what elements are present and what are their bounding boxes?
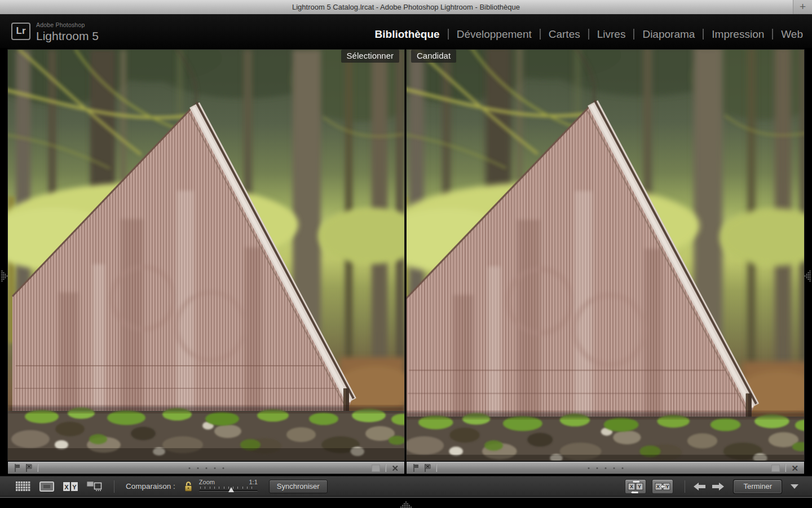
survey-view-button[interactable] bbox=[85, 479, 104, 494]
thumbnail-icon bbox=[771, 465, 780, 472]
module-separator bbox=[448, 29, 449, 40]
reveal-filmstrip-icon[interactable] bbox=[399, 501, 413, 508]
deselect-icon[interactable]: ✕ bbox=[791, 464, 798, 472]
brand-subtitle: Adobe Photoshop bbox=[36, 22, 99, 28]
svg-text:X: X bbox=[64, 483, 69, 490]
brand-block: Adobe Photoshop Lightroom 5 bbox=[36, 22, 99, 42]
pick-flag-icon[interactable] bbox=[14, 463, 21, 472]
module-separator bbox=[540, 29, 541, 40]
brand-title: Lightroom 5 bbox=[36, 30, 99, 42]
arrow-right-icon bbox=[711, 482, 725, 491]
module-separator bbox=[703, 29, 704, 40]
toolbar-divider bbox=[37, 464, 38, 472]
zoom-lock-icon[interactable] bbox=[183, 480, 193, 493]
window-title: Lightroom 5 Catalog.lrcat - Adobe Photos… bbox=[0, 0, 812, 15]
toolbar-divider bbox=[685, 480, 685, 493]
module-separator bbox=[633, 29, 634, 40]
rating-dots[interactable] bbox=[188, 467, 224, 469]
zoom-slider-thumb[interactable] bbox=[228, 487, 234, 492]
swap-xy-icon: X Y bbox=[626, 480, 645, 493]
synchronize-button[interactable]: Synchroniser bbox=[269, 480, 328, 493]
toolbar-divider bbox=[114, 480, 114, 493]
done-button[interactable]: Terminer bbox=[734, 480, 782, 493]
zoom-slider-group: Zoom 1:1 bbox=[199, 479, 258, 494]
candidate-photo-toolbar: ✕ bbox=[407, 462, 804, 474]
reveal-right-panel-icon[interactable] bbox=[804, 269, 811, 283]
flag-group bbox=[412, 463, 431, 472]
thumbnail-icon bbox=[372, 465, 380, 472]
candidate-badge: Candidat bbox=[411, 50, 456, 63]
make-select-button[interactable]: X Y bbox=[652, 479, 673, 494]
rating-dots[interactable] bbox=[588, 467, 623, 469]
svg-text:X: X bbox=[630, 484, 633, 489]
lightroom-logo: Lr bbox=[11, 23, 30, 40]
filmstrip-edge bbox=[0, 497, 812, 508]
compare-toolbar: X Y Comparaison : Zoom 1:1 Synchroniser bbox=[0, 476, 812, 497]
toolbar-divider bbox=[785, 464, 786, 472]
flag-group bbox=[14, 463, 33, 472]
svg-text:Y: Y bbox=[72, 483, 77, 490]
candidate-photo[interactable]: Candidat bbox=[407, 50, 804, 461]
reveal-left-panel-icon[interactable] bbox=[1, 269, 8, 283]
deselect-icon[interactable]: ✕ bbox=[391, 464, 399, 472]
module-tab-impression[interactable]: Impression bbox=[712, 28, 764, 41]
comparison-label: Comparaison : bbox=[126, 482, 175, 491]
zoom-ratio-label: 1:1 bbox=[249, 479, 258, 485]
swap-select-candidate-button[interactable]: X Y bbox=[625, 479, 646, 494]
module-tab-bibliotheque[interactable]: Bibliothèque bbox=[375, 28, 440, 41]
toolbar-options-chevron-icon[interactable] bbox=[791, 484, 798, 489]
window-zoom-button[interactable]: + bbox=[793, 0, 812, 14]
toolbar-divider bbox=[436, 464, 437, 472]
svg-text:Y: Y bbox=[666, 484, 669, 489]
toolbar-divider bbox=[385, 464, 386, 472]
module-picker: Bibliothèque Développement Cartes Livres… bbox=[375, 15, 803, 48]
select-photo-toolbar: ✕ bbox=[8, 462, 404, 474]
select-photo[interactable]: Sélectionner bbox=[8, 50, 404, 461]
grid-view-icon bbox=[16, 481, 30, 492]
svg-text:Y: Y bbox=[638, 484, 641, 489]
reject-flag-icon[interactable] bbox=[25, 463, 33, 472]
grid-view-button[interactable] bbox=[14, 479, 33, 494]
module-tab-developpement[interactable]: Développement bbox=[457, 28, 532, 41]
compare-view-button[interactable]: X Y bbox=[61, 479, 80, 494]
module-separator bbox=[772, 29, 773, 40]
module-separator bbox=[588, 29, 589, 40]
next-photo-button[interactable] bbox=[710, 479, 725, 494]
compare-view-icon: X Y bbox=[62, 481, 79, 492]
module-tab-cartes[interactable]: Cartes bbox=[549, 28, 580, 41]
loupe-view-button[interactable] bbox=[37, 479, 56, 494]
svg-text:X: X bbox=[656, 484, 660, 489]
loupe-view-icon bbox=[39, 481, 54, 492]
zoom-label: Zoom bbox=[199, 479, 215, 485]
previous-photo-button[interactable] bbox=[692, 479, 707, 494]
survey-view-icon bbox=[86, 481, 102, 492]
module-tab-web[interactable]: Web bbox=[781, 28, 803, 41]
module-tab-livres[interactable]: Livres bbox=[597, 28, 626, 41]
candidate-to-select-icon: X Y bbox=[654, 480, 672, 493]
arrow-left-icon bbox=[693, 482, 707, 491]
pick-flag-icon[interactable] bbox=[412, 463, 420, 472]
select-badge: Sélectionner bbox=[341, 50, 399, 63]
window-titlebar: Lightroom 5 Catalog.lrcat - Adobe Photos… bbox=[0, 0, 812, 15]
reject-flag-icon[interactable] bbox=[423, 463, 431, 472]
module-tab-diaporama[interactable]: Diaporama bbox=[642, 28, 695, 41]
module-picker-bar: Lr Adobe Photoshop Lightroom 5 Bibliothè… bbox=[0, 15, 812, 48]
